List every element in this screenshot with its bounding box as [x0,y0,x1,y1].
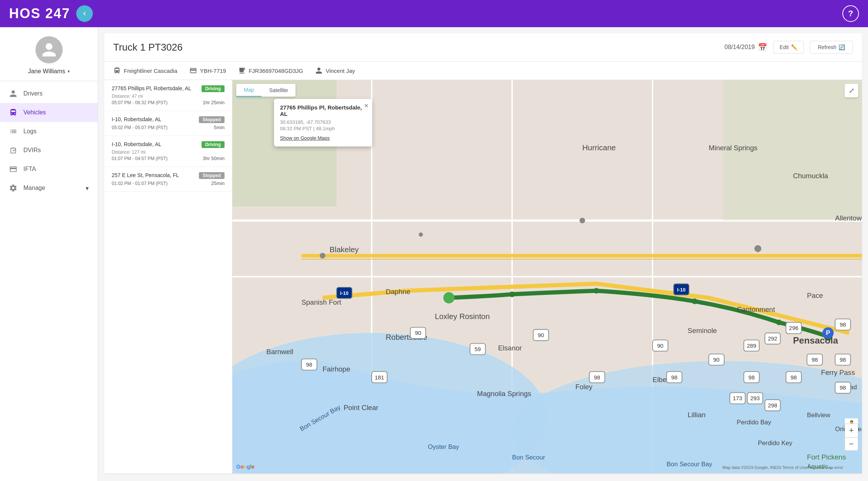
svg-text:90: 90 [415,330,421,336]
svg-text:98: 98 [812,357,818,363]
edit-icon: ✏️ [791,44,797,50]
map-attribution: Map data ©2019 Google, INEGI Terms of Us… [722,465,843,470]
svg-text:98: 98 [594,375,600,381]
sidebar-nav: Drivers Vehicles Logs DVIRs IFTA [0,81,98,200]
svg-text:Magnolia Springs: Magnolia Springs [477,390,531,398]
refresh-icon: 🔄 [839,44,845,50]
map-area: Blakeley Daphne Loxley Rosinton Robertsd… [232,80,862,473]
sidebar-item-ifta[interactable]: IFTA [0,160,98,179]
svg-text:I-10: I-10 [677,287,685,293]
trip-duration: 5min [214,125,225,130]
svg-text:293: 293 [750,395,760,401]
svg-text:298: 298 [768,402,777,409]
sidebar-dvirs-label: DVIRs [23,147,41,154]
app-header: HOS 247 ? [0,0,868,27]
refresh-label: Refresh [818,44,836,50]
trip-item[interactable]: I-10, Robertsdale, AL Driving Distance: … [104,136,232,167]
stopped-badge: Stopped [199,116,225,123]
map-tab-satellite[interactable]: Satellite [262,84,295,97]
svg-text:Bon Secour Bay: Bon Secour Bay [666,461,713,468]
svg-text:181: 181 [375,375,384,381]
popup-info: 06:32 PM PST | 48.1mph [280,126,366,131]
trip-item[interactable]: I-10, Robertsdale, AL Stopped 05:02 PM -… [104,111,232,136]
svg-text:98: 98 [306,362,312,368]
svg-text:Fort Pickens: Fort Pickens [807,453,846,461]
trip-times: 05:07 PM - 06:32 PM (PST) [112,100,168,105]
svg-text:296: 296 [789,325,799,331]
sidebar-item-logs[interactable]: Logs [0,122,98,141]
manage-chevron-icon: ▾ [86,185,89,192]
edit-button[interactable]: Edit ✏️ [773,41,804,54]
svg-text:90: 90 [657,343,663,349]
page-title: Truck 1 PT3026 [113,42,183,53]
popup-title: 27765 Phillips Pl, Robertsdale, AL [280,104,366,117]
sidebar-drivers-label: Drivers [23,90,43,97]
svg-text:Chumuckla: Chumuckla [793,172,828,180]
svg-text:Hurricane: Hurricane [582,143,616,152]
popup-close-button[interactable]: × [364,102,368,110]
trip-item[interactable]: 27765 Phillips Pl, Robertsdale, AL Drivi… [104,80,232,111]
svg-text:Point Clear: Point Clear [343,404,378,412]
svg-text:P: P [826,329,830,336]
fullscreen-button[interactable]: ⤢ [845,84,858,97]
refresh-button[interactable]: Refresh 🔄 [810,41,853,54]
zoom-in-button[interactable]: + [845,424,858,437]
svg-text:Spanish Fort: Spanish Fort [302,298,342,306]
username[interactable]: Jane Williams ▾ [28,68,70,75]
svg-text:Ferry Pass: Ferry Pass [821,368,855,376]
back-button[interactable] [76,5,93,22]
help-button[interactable]: ? [842,5,859,22]
page-container: Truck 1 PT3026 08/14/2019 📅 Edit ✏️ Refr… [104,33,862,473]
trip-distance: Distance: 47 mi [112,94,225,99]
sidebar-logs-label: Logs [23,128,37,135]
svg-text:59: 59 [475,346,481,352]
sidebar-item-drivers[interactable]: Drivers [0,84,98,103]
svg-text:Daphne: Daphne [386,288,410,296]
sidebar: Jane Williams ▾ Drivers Vehicles Logs DV… [0,27,98,481]
truck-id-code: FJR36697048GD3JG [249,68,303,74]
zoom-out-button[interactable]: − [845,437,858,451]
content-area: 27765 Phillips Pl, Robertsdale, AL Drivi… [104,80,862,473]
sidebar-item-vehicles[interactable]: Vehicles [0,103,98,122]
main-content: Truck 1 PT3026 08/14/2019 📅 Edit ✏️ Refr… [98,27,868,481]
truck-plate: YBH-7719 [200,68,226,74]
svg-text:Fairhope: Fairhope [323,365,350,373]
svg-text:Perdido Bay: Perdido Bay [737,419,771,426]
google-maps-link[interactable]: Show on Google Maps [280,135,330,141]
svg-text:Foley: Foley [575,383,593,391]
app-logo: HOS 247 [9,6,70,22]
popup-coords: 30.633185, -87.707633 [280,119,366,125]
calendar-icon: 📅 [758,43,767,52]
svg-text:98: 98 [748,375,755,381]
truck-plate-info: YBH-7719 [189,67,226,74]
map-tab-map[interactable]: Map [236,84,262,97]
trip-location: 257 E Lee St, Pensacola, FL [112,172,199,178]
bus-icon [113,67,121,74]
svg-text:Perdido Key: Perdido Key [758,439,793,447]
chevron-down-icon: ▾ [68,69,70,74]
svg-point-11 [509,291,515,297]
trip-times: 01:07 PM - 04:57 PM (PST) [112,156,168,161]
sidebar-item-manage[interactable]: Manage ▾ [0,179,98,197]
driving-badge: Driving [202,85,225,92]
trip-times: 05:02 PM - 05:07 PM (PST) [112,125,168,130]
svg-text:289: 289 [747,343,756,349]
map-zoom-controls: + − [845,424,858,451]
svg-text:Oyster Bay: Oyster Bay [428,443,459,450]
svg-text:I-10: I-10 [340,290,348,296]
svg-point-14 [776,319,782,325]
plate-icon [189,67,197,74]
sidebar-manage-label: Manage [23,185,45,191]
sidebar-ifta-label: IFTA [23,166,36,173]
sidebar-item-dvirs[interactable]: DVIRs [0,141,98,160]
map-popup: × 27765 Phillips Pl, Robertsdale, AL 30.… [274,99,372,146]
svg-point-13 [692,299,697,304]
trip-item[interactable]: 257 E Lee St, Pensacola, FL Stopped 01:0… [104,167,232,192]
svg-text:90: 90 [538,332,544,338]
date-display: 08/14/2019 📅 [725,43,767,52]
svg-text:Blakeley: Blakeley [329,245,359,254]
trip-location: I-10, Robertsdale, AL [112,141,202,147]
truck-id-info: FJR36697048GD3JG [238,67,303,74]
svg-text:98: 98 [840,322,846,328]
svg-text:Barnwell: Barnwell [266,348,293,356]
